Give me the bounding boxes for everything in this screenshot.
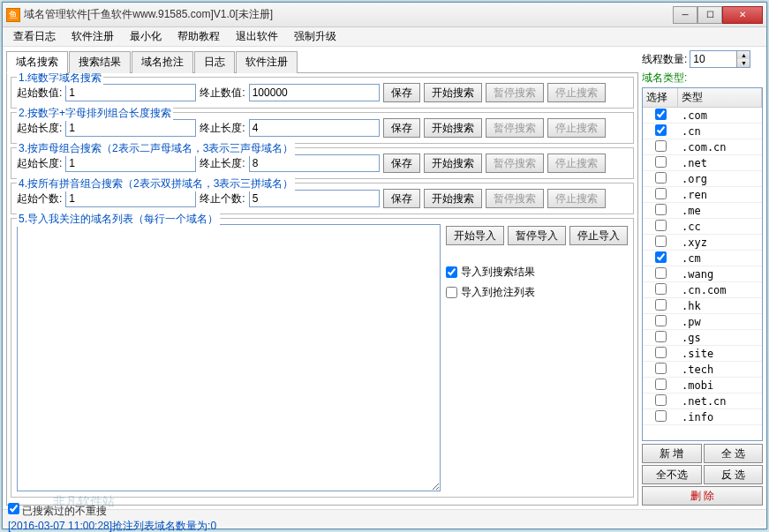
thread-input[interactable]	[690, 51, 736, 67]
s3-pause-button[interactable]: 暂停搜索	[486, 154, 544, 173]
type-row[interactable]: .com	[643, 108, 762, 124]
close-button[interactable]: ✕	[722, 6, 763, 24]
tab-grab[interactable]: 域名抢注	[132, 51, 193, 73]
type-selall-button[interactable]: 全 选	[704, 444, 764, 463]
type-row[interactable]: .net	[643, 155, 762, 171]
s3-start-button[interactable]: 开始搜索	[424, 154, 482, 173]
type-checkbox[interactable]	[655, 410, 667, 422]
menu-log[interactable]: 查看日志	[6, 27, 63, 46]
type-checkbox[interactable]	[655, 363, 667, 374]
type-checkbox[interactable]	[655, 267, 667, 279]
thread-down-icon[interactable]: ▼	[737, 59, 750, 67]
s4-stop-button[interactable]: 停止搜索	[547, 189, 606, 208]
thread-spinbox[interactable]: ▲ ▼	[690, 50, 750, 68]
s2-start-button[interactable]: 开始搜索	[424, 118, 482, 138]
type-checkbox[interactable]	[655, 251, 667, 263]
type-row[interactable]: .cm	[643, 251, 762, 266]
menu-minimize[interactable]: 最小化	[123, 27, 169, 46]
type-row[interactable]: .xyz	[643, 235, 762, 251]
type-row[interactable]: .hk	[643, 298, 762, 314]
type-row[interactable]: .wang	[643, 266, 762, 282]
menu-upgrade[interactable]: 强制升级	[287, 27, 343, 46]
type-table[interactable]: 选择 类型 .com.cn.com.cn.net.org.ren.me.cc.x…	[642, 87, 763, 441]
type-checkbox[interactable]	[655, 188, 667, 199]
type-checkbox[interactable]	[655, 283, 667, 295]
type-row[interactable]: .org	[643, 171, 762, 187]
type-invert-button[interactable]: 反 选	[704, 465, 764, 484]
import-textarea[interactable]	[17, 224, 441, 491]
import-start-button[interactable]: 开始导入	[446, 226, 504, 245]
no-repeat-checkbox[interactable]	[8, 503, 19, 514]
type-selnone-button[interactable]: 全不选	[642, 465, 702, 484]
type-checkbox[interactable]	[655, 315, 667, 326]
import-to-grab-checkbox[interactable]	[446, 287, 457, 298]
tab-results[interactable]: 搜索结果	[69, 51, 131, 73]
minimize-button[interactable]: ─	[673, 6, 697, 24]
s2-from-input[interactable]	[65, 119, 196, 137]
s3-stop-button[interactable]: 停止搜索	[547, 154, 606, 173]
maximize-button[interactable]: ☐	[697, 6, 722, 24]
s2-to-input[interactable]	[249, 119, 380, 137]
s2-pause-button[interactable]: 暂停搜索	[486, 118, 544, 138]
tab-register[interactable]: 软件注册	[236, 51, 298, 73]
s2-save-button[interactable]: 保存	[383, 118, 420, 138]
s4-from-input[interactable]	[65, 190, 196, 207]
menu-exit[interactable]: 退出软件	[229, 27, 285, 46]
type-row[interactable]: .gs	[643, 330, 762, 346]
type-row[interactable]: .pw	[643, 314, 762, 330]
type-row[interactable]: .info	[643, 409, 762, 425]
menu-register[interactable]: 软件注册	[64, 27, 121, 46]
s3-from-input[interactable]	[65, 154, 196, 172]
import-to-results-checkbox[interactable]	[446, 266, 457, 278]
type-checkbox[interactable]	[655, 236, 667, 247]
type-checkbox[interactable]	[655, 299, 667, 311]
type-checkbox[interactable]	[655, 204, 667, 215]
type-checkbox[interactable]	[655, 109, 667, 120]
type-checkbox[interactable]	[655, 347, 667, 358]
s4-to-input[interactable]	[249, 190, 380, 207]
titlebar: 域名管理软件[千鱼软件www.91585.com]V1.0[未注册] ─ ☐ ✕	[3, 3, 766, 27]
type-row[interactable]: .com.cn	[643, 139, 762, 155]
thread-up-icon[interactable]: ▲	[737, 51, 750, 59]
type-checkbox[interactable]	[655, 331, 667, 342]
type-name: .wang	[678, 268, 762, 281]
type-row[interactable]: .site	[643, 346, 762, 362]
s1-to-input[interactable]	[249, 84, 380, 101]
type-checkbox[interactable]	[655, 220, 667, 231]
s1-pause-button[interactable]: 暂停搜索	[486, 83, 544, 102]
type-checkbox[interactable]	[655, 140, 667, 152]
type-name: .me	[678, 205, 762, 217]
type-row[interactable]: .mobi	[643, 378, 762, 393]
s1-stop-button[interactable]: 停止搜索	[547, 83, 606, 102]
s3-to-input[interactable]	[249, 154, 380, 172]
tab-log[interactable]: 日志	[194, 51, 235, 73]
s2-from-label: 起始长度:	[17, 121, 62, 136]
s4-save-button[interactable]: 保存	[383, 189, 420, 208]
type-row[interactable]: .cn	[643, 124, 762, 139]
type-row[interactable]: .cc	[643, 219, 762, 235]
type-checkbox[interactable]	[655, 394, 667, 406]
type-row[interactable]: .ren	[643, 187, 762, 203]
s1-save-button[interactable]: 保存	[383, 83, 420, 102]
import-stop-button[interactable]: 停止导入	[569, 226, 628, 245]
s2-stop-button[interactable]: 停止搜索	[547, 118, 606, 138]
tab-search[interactable]: 域名搜索	[6, 51, 68, 73]
s3-save-button[interactable]: 保存	[383, 154, 420, 173]
type-header-sel: 选择	[643, 88, 678, 107]
type-row[interactable]: .me	[643, 203, 762, 219]
type-checkbox[interactable]	[655, 124, 667, 136]
s4-start-button[interactable]: 开始搜索	[424, 189, 482, 208]
type-name: .cn	[678, 125, 762, 138]
type-checkbox[interactable]	[655, 172, 667, 184]
type-row[interactable]: .cn.com	[643, 282, 762, 298]
type-checkbox[interactable]	[655, 378, 667, 390]
type-checkbox[interactable]	[655, 156, 667, 168]
import-pause-button[interactable]: 暂停导入	[508, 226, 566, 245]
s1-from-input[interactable]	[65, 84, 196, 101]
s1-start-button[interactable]: 开始搜索	[424, 83, 482, 102]
s4-pause-button[interactable]: 暂停搜索	[486, 189, 544, 208]
type-row[interactable]: .net.cn	[643, 393, 762, 409]
menu-help[interactable]: 帮助教程	[170, 27, 227, 46]
type-add-button[interactable]: 新 增	[642, 444, 702, 463]
type-row[interactable]: .tech	[643, 362, 762, 378]
